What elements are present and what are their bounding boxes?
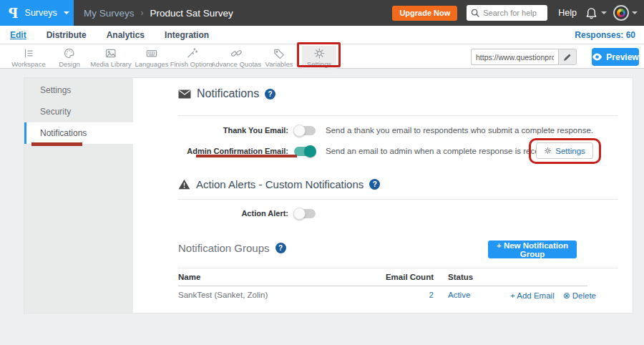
toolbar-item-design[interactable]: Design: [54, 46, 85, 69]
preview-button[interactable]: Preview: [592, 48, 639, 66]
toggle-knob: [293, 208, 306, 220]
toolbar-item-media-library[interactable]: Media Library: [85, 46, 137, 69]
sidebar-item-settings[interactable]: Settings: [24, 79, 133, 101]
tab-distribute[interactable]: Distribute: [47, 30, 87, 40]
table-row-name: SankTest (Sanket, Zolin): [178, 291, 268, 299]
admin-confirmation-email-row: Admin Confirmation Email: Send an email …: [178, 142, 557, 160]
thank-you-email-label: Thank You Email:: [178, 126, 293, 135]
chevron-down-icon: [64, 11, 69, 14]
section-title: Action Alerts - Custom Notifications: [196, 178, 364, 190]
survey-url-group: [471, 49, 577, 65]
gear-icon: [312, 47, 326, 60]
tab-analytics[interactable]: Analytics: [107, 30, 145, 40]
delete-circle-icon: ⊗: [563, 291, 570, 301]
top-bar: P Surveys My Surveys › Product Sat Surve…: [0, 0, 644, 26]
breadcrumb: My Surveys › Product Sat Survey: [84, 8, 233, 19]
app-window: P Surveys My Surveys › Product Sat Surve…: [0, 0, 644, 345]
responses-count[interactable]: Responses: 60: [575, 30, 635, 40]
help-icon[interactable]: ?: [369, 179, 380, 190]
help-icon[interactable]: ?: [275, 243, 286, 253]
notifications-content: Notifications ? Thank You Email: Send a …: [133, 78, 633, 313]
admin-email-settings-button[interactable]: Settings: [536, 142, 593, 159]
admin-confirmation-email-label: Admin Confirmation Email:: [178, 147, 293, 155]
questionpro-logo: P: [9, 6, 19, 21]
notifications-section-heading: Notifications ?: [178, 87, 275, 100]
divider: [178, 115, 618, 116]
survey-nav-bar: Edit Distribute Analytics Integration Re…: [0, 26, 644, 44]
delete-link[interactable]: ⊗ Delete: [563, 291, 596, 301]
action-alert-row: Action Alert:: [178, 205, 316, 222]
toolbar-item-variables[interactable]: Variables: [260, 46, 298, 69]
thank-you-email-row: Thank You Email: Send a thank you email …: [178, 122, 593, 139]
eye-icon: [592, 53, 602, 61]
pencil-icon: [563, 53, 572, 62]
gauge-icon: [617, 9, 625, 17]
sidebar-item-security[interactable]: Security: [24, 101, 133, 122]
section-title: Notification Groups: [178, 242, 270, 254]
section-title: Notifications: [197, 87, 259, 100]
add-email-link[interactable]: + Add Email: [510, 291, 555, 301]
table-header-status: Status: [448, 273, 473, 281]
warning-icon: [178, 179, 190, 190]
image-icon: [104, 47, 118, 60]
bell-icon: [585, 6, 598, 20]
notification-groups-heading: Notification Groups ?: [178, 242, 286, 254]
keyboard-icon: [145, 47, 159, 60]
envelope-icon: [178, 89, 191, 99]
tab-edit[interactable]: Edit: [10, 30, 26, 40]
sidebar-item-notifications[interactable]: Notifications: [24, 122, 133, 144]
edit-toolbar: Workspace Design Media Library Languages…: [0, 44, 644, 69]
settings-button-label: Settings: [555, 147, 585, 155]
table-header-divider: [178, 286, 587, 286]
admin-confirmation-email-toggle[interactable]: [294, 147, 316, 156]
tag-icon: [273, 47, 286, 60]
tab-integration[interactable]: Integration: [165, 30, 209, 40]
account-menu[interactable]: [613, 5, 638, 21]
delete-label: Delete: [572, 291, 596, 300]
toggle-knob: [293, 125, 306, 137]
product-menu-label: Surveys: [25, 8, 57, 18]
new-notification-group-button[interactable]: + New Notification Group: [488, 240, 577, 258]
settings-side-nav: Settings Security Notifications: [24, 78, 133, 313]
avatar: [613, 5, 629, 21]
chevron-down-icon: [601, 11, 607, 14]
breadcrumb-my-surveys[interactable]: My Surveys: [84, 8, 135, 19]
edit-url-button[interactable]: [558, 49, 577, 65]
product-switcher[interactable]: P Surveys: [0, 0, 74, 26]
toolbar-item-settings[interactable]: Settings: [302, 46, 336, 69]
chain-links-icon: [230, 47, 243, 60]
table-header-email-count: Email Count: [373, 273, 434, 281]
thank-you-email-description: Send a thank you email to respondents wh…: [326, 126, 593, 135]
table-header-name: Name: [178, 273, 200, 281]
breadcrumb-current-survey: Product Sat Survey: [150, 8, 233, 19]
action-alert-toggle[interactable]: [294, 209, 316, 218]
divider: [178, 268, 618, 268]
thank-you-email-toggle[interactable]: [294, 126, 316, 135]
palette-icon: [62, 47, 76, 60]
admin-confirmation-email-description: Send an email to admin when a complete r…: [326, 147, 557, 155]
workspace-icon: [22, 47, 36, 60]
divider: [178, 199, 618, 200]
action-alerts-section-heading: Action Alerts - Custom Notifications ?: [178, 178, 380, 190]
help-search: [467, 5, 547, 21]
table-row-email-count[interactable]: 2: [373, 291, 434, 299]
notifications-bell-menu[interactable]: [585, 6, 607, 20]
breadcrumb-separator-icon: ›: [141, 8, 144, 18]
table-row-status[interactable]: Active: [448, 291, 470, 299]
settings-panel: Settings Security Notifications Notifica…: [24, 77, 633, 314]
toolbar-item-advance-quotas[interactable]: Advance Quotas: [206, 46, 266, 69]
magic-wand-icon: [185, 47, 198, 60]
table-row-actions: + Add Email ⊗ Delete: [510, 291, 596, 301]
upgrade-now-button[interactable]: Upgrade Now: [392, 6, 457, 21]
help-icon[interactable]: ?: [265, 89, 275, 99]
toolbar-item-workspace[interactable]: Workspace: [6, 46, 50, 69]
toggle-knob: [304, 145, 316, 157]
chevron-down-icon: [632, 11, 638, 14]
gear-icon: [544, 147, 552, 155]
survey-url-input[interactable]: [471, 49, 558, 65]
search-icon: [471, 9, 480, 18]
help-link[interactable]: Help: [558, 8, 577, 18]
action-alert-label: Action Alert:: [178, 209, 293, 218]
